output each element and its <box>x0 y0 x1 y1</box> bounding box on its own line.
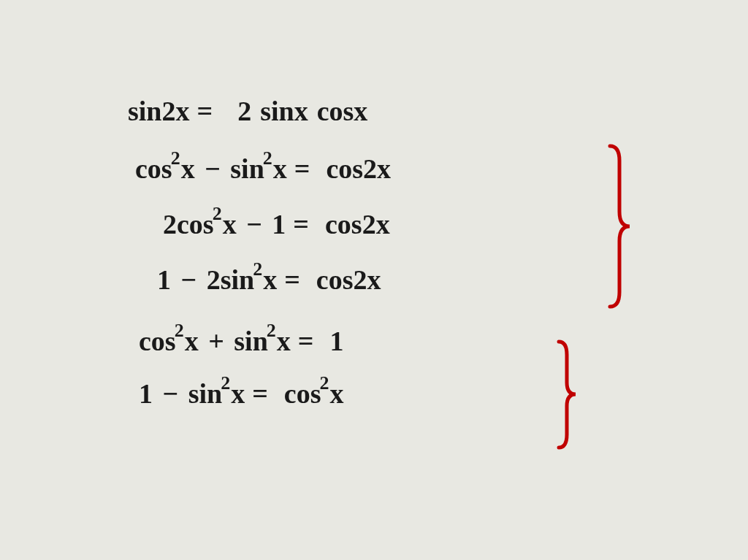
rhs-arg2: x <box>354 95 367 127</box>
equation-1: sin2x = 2 sinx cosx <box>128 95 639 127</box>
t1: 1 <box>139 377 153 410</box>
t2-arg: x <box>263 264 277 296</box>
lhs-func: sin <box>128 95 161 127</box>
t1-exp: 2 <box>171 147 180 169</box>
rhs-coef: 2 <box>237 95 251 127</box>
equation-3: 2cos2x − 1 = cos2x <box>163 208 639 240</box>
t2-exp: 2 <box>263 147 272 169</box>
equals: = <box>293 208 309 240</box>
t2-func: sin <box>234 325 267 357</box>
t1-func: cos <box>139 325 176 357</box>
t1-coef: 2 <box>163 208 177 240</box>
rhs: 1 <box>329 325 343 357</box>
t1-func: cos <box>135 153 172 185</box>
t1: 1 <box>157 264 171 296</box>
rhs-arg: x <box>329 377 343 410</box>
op: − <box>156 377 186 410</box>
curly-brace-icon <box>555 342 584 448</box>
rhs-func: cos <box>325 208 362 240</box>
t2: 1 <box>272 208 286 240</box>
equals: = <box>294 153 310 185</box>
t1-arg: x <box>223 208 237 240</box>
equation-4: 1 − 2sin2x = cos2x <box>157 264 639 296</box>
rhs-func: cos <box>326 153 363 185</box>
t2-arg: x <box>277 325 291 357</box>
op: + <box>202 325 232 357</box>
op: − <box>198 153 228 185</box>
rhs-func1: sin <box>260 95 294 127</box>
t2-func: sin <box>230 153 264 185</box>
t2-func: sin <box>188 377 222 410</box>
t2-coef: 2 <box>207 264 221 296</box>
rhs-func2: cos <box>317 95 354 127</box>
t1-exp: 2 <box>213 203 222 225</box>
t1-arg: x <box>181 153 195 185</box>
equals: = <box>284 264 300 296</box>
rhs-arg: 2x <box>353 264 381 296</box>
curly-brace-icon <box>606 146 636 307</box>
t2-arg: x <box>273 153 287 185</box>
equals: = <box>298 325 314 357</box>
rhs-func: cos <box>316 264 354 296</box>
rhs-exp: 2 <box>319 372 329 394</box>
op: − <box>240 208 270 240</box>
lhs-arg: 2x <box>161 95 189 127</box>
equals: = <box>196 95 213 127</box>
rhs-arg1: x <box>294 95 308 127</box>
equals: = <box>252 377 268 410</box>
t2-arg: x <box>231 377 245 410</box>
t1-exp: 2 <box>175 320 184 342</box>
t2-exp: 2 <box>267 320 276 342</box>
t2-func: sin <box>221 264 254 296</box>
t1-arg: x <box>185 325 199 357</box>
rhs-arg: 2x <box>362 208 390 240</box>
t1-func: cos <box>177 208 214 240</box>
op: − <box>174 264 204 296</box>
rhs-arg: 2x <box>363 153 391 185</box>
t2-exp: 2 <box>253 258 262 280</box>
equation-2: cos2x − sin2x = cos2x <box>135 153 639 185</box>
t2-exp: 2 <box>221 372 230 394</box>
rhs-func: cos <box>284 377 321 410</box>
